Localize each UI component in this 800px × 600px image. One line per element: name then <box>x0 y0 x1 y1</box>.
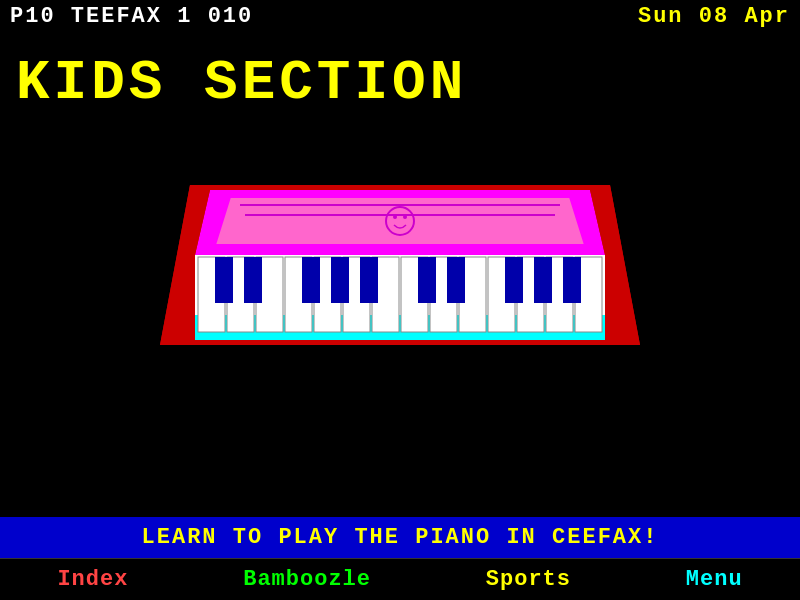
header-left: P10 TEEFAX 1 010 <box>10 4 253 29</box>
bottom-banner: LEARN TO PLAY THE PIANO IN CEEFAX! <box>0 517 800 558</box>
svg-rect-30 <box>418 257 436 303</box>
keyboard-svg <box>160 155 640 375</box>
svg-point-7 <box>403 215 407 219</box>
svg-rect-31 <box>447 257 465 303</box>
title-area: KIDS SECTION <box>0 33 800 125</box>
svg-rect-34 <box>563 257 581 303</box>
svg-rect-29 <box>360 257 378 303</box>
nav-sports[interactable]: Sports <box>486 567 571 592</box>
header-bar: P10 TEEFAX 1 010 Sun 08 Apr <box>0 0 800 33</box>
nav-menu[interactable]: Menu <box>686 567 743 592</box>
nav-index[interactable]: Index <box>57 567 128 592</box>
svg-rect-32 <box>505 257 523 303</box>
svg-rect-26 <box>244 257 262 303</box>
keyboard-illustration <box>0 155 800 375</box>
svg-rect-25 <box>215 257 233 303</box>
header-date: Sun 08 Apr <box>638 4 790 29</box>
banner-text: LEARN TO PLAY THE PIANO IN CEEFAX! <box>142 525 659 550</box>
svg-rect-28 <box>331 257 349 303</box>
nav-bar: Index Bamboozle Sports Menu <box>0 558 800 600</box>
nav-bamboozle[interactable]: Bamboozle <box>243 567 371 592</box>
svg-rect-33 <box>534 257 552 303</box>
svg-rect-10 <box>180 340 620 345</box>
svg-rect-27 <box>302 257 320 303</box>
page-title: KIDS SECTION <box>16 51 467 115</box>
svg-point-6 <box>393 215 397 219</box>
